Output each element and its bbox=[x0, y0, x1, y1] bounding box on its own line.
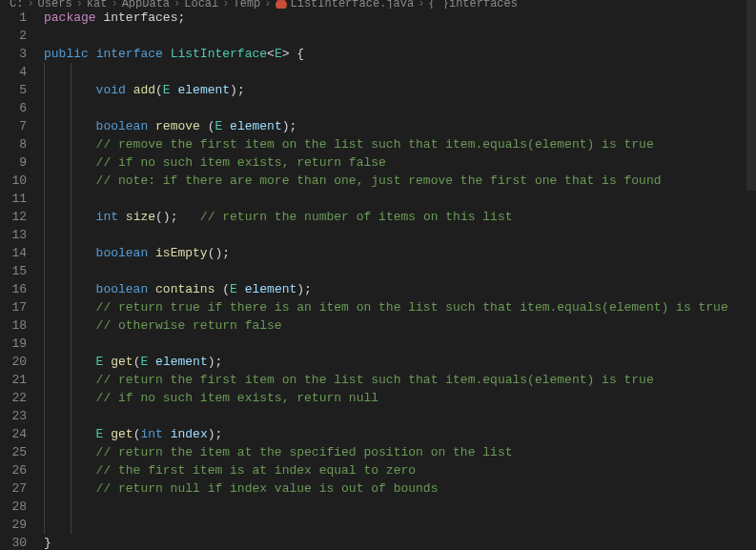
code-line[interactable]: // otherwise return false bbox=[44, 316, 756, 335]
breadcrumb-path[interactable]: C:›Users›kat›AppData›Local›Temp›ListInte… bbox=[10, 0, 518, 9]
line-number: 11 bbox=[0, 190, 27, 208]
code-line[interactable]: // return true if there is an item on th… bbox=[44, 298, 756, 316]
line-number: 21 bbox=[0, 371, 27, 389]
code-token: add bbox=[133, 83, 155, 97]
line-number: 22 bbox=[0, 389, 27, 407]
chevron-right-icon: › bbox=[76, 0, 83, 9]
line-number: 24 bbox=[0, 425, 27, 443]
code-token: element bbox=[177, 83, 230, 97]
code-token: ( bbox=[155, 83, 163, 97]
line-number: 9 bbox=[0, 153, 27, 172]
code-editor: 1234567891011121314151617181920212223242… bbox=[0, 9, 756, 550]
breadcrumb-symbol[interactable]: interfaces bbox=[449, 0, 518, 9]
code-token: ); bbox=[208, 355, 223, 369]
code-token: < bbox=[267, 47, 275, 61]
code-token: E bbox=[230, 282, 237, 296]
code-token bbox=[148, 355, 155, 369]
breadcrumb-file[interactable]: ListInterface.java bbox=[291, 0, 415, 9]
line-number: 4 bbox=[0, 63, 27, 81]
code-token: ); bbox=[230, 83, 245, 97]
code-line[interactable] bbox=[44, 63, 756, 81]
code-line[interactable]: // if no such item exists, return false bbox=[44, 153, 756, 172]
code-token: // if no such item exists, return null bbox=[96, 391, 378, 405]
chevron-right-icon: › bbox=[111, 0, 117, 9]
chevron-right-icon: › bbox=[27, 0, 33, 9]
code-token: // if no such item exists, return false bbox=[96, 155, 386, 170]
chevron-right-icon: › bbox=[418, 0, 424, 9]
code-token: contains bbox=[155, 282, 215, 296]
line-number: 3 bbox=[0, 45, 27, 63]
line-number: 19 bbox=[0, 335, 27, 353]
code-line[interactable] bbox=[44, 498, 756, 516]
line-number: 20 bbox=[0, 353, 27, 371]
code-token: // return true if there is an item on th… bbox=[96, 300, 728, 315]
code-line[interactable]: // if no such item exists, return null bbox=[44, 389, 756, 407]
code-token: index bbox=[171, 427, 208, 441]
indent-guide bbox=[71, 63, 72, 534]
code-line[interactable]: boolean remove (E element); bbox=[44, 117, 756, 135]
code-token bbox=[118, 210, 126, 224]
code-token: // return the item at the specified posi… bbox=[96, 445, 513, 459]
code-line[interactable]: // return null if index value is out of … bbox=[44, 479, 756, 498]
breadcrumb-segment[interactable]: AppData bbox=[122, 0, 170, 9]
code-area[interactable]: package interfaces;public interface List… bbox=[44, 9, 756, 550]
line-number: 8 bbox=[0, 135, 27, 153]
breadcrumb[interactable]: C:›Users›kat›AppData›Local›Temp›ListInte… bbox=[0, 0, 756, 9]
code-token: get bbox=[111, 427, 133, 441]
code-line[interactable] bbox=[44, 226, 756, 244]
code-line[interactable]: // note: if there are more than one, jus… bbox=[44, 172, 756, 190]
code-line[interactable] bbox=[44, 262, 756, 280]
code-token: void bbox=[96, 83, 126, 97]
code-line[interactable]: public interface ListInterface<E> { bbox=[44, 45, 756, 63]
code-line[interactable]: E get(int index); bbox=[44, 425, 756, 443]
line-number: 23 bbox=[0, 407, 27, 425]
code-line[interactable]: } bbox=[44, 534, 756, 550]
code-token: ( bbox=[200, 119, 215, 133]
code-line[interactable]: boolean isEmpty(); bbox=[44, 244, 756, 262]
code-line[interactable]: // the first item is at index equal to z… bbox=[44, 461, 756, 479]
line-number: 6 bbox=[0, 99, 27, 117]
code-line[interactable]: // return the item at the specified posi… bbox=[44, 443, 756, 461]
code-line[interactable] bbox=[44, 99, 756, 117]
scrollbar-track[interactable] bbox=[746, 0, 756, 550]
code-token bbox=[222, 119, 230, 133]
indent-guide bbox=[44, 63, 45, 534]
code-token: boolean bbox=[96, 246, 149, 260]
code-token: get bbox=[111, 355, 133, 369]
breadcrumb-segment[interactable]: Temp bbox=[233, 0, 260, 9]
code-line[interactable] bbox=[44, 190, 756, 208]
code-line[interactable] bbox=[44, 407, 756, 425]
code-token: // return the first item on the list suc… bbox=[96, 373, 654, 387]
code-line[interactable]: E get(E element); bbox=[44, 353, 756, 371]
code-line[interactable] bbox=[44, 27, 756, 45]
code-line[interactable] bbox=[44, 335, 756, 353]
code-line[interactable] bbox=[44, 516, 756, 534]
code-line[interactable]: boolean contains (E element); bbox=[44, 280, 756, 298]
code-line[interactable]: // remove the first item on the list suc… bbox=[44, 135, 756, 153]
code-line[interactable]: package interfaces; bbox=[44, 9, 756, 27]
line-number: 17 bbox=[0, 298, 27, 316]
code-line[interactable]: // return the first item on the list suc… bbox=[44, 371, 756, 389]
code-token: E bbox=[275, 47, 282, 61]
line-number: 27 bbox=[0, 479, 27, 498]
line-number: 10 bbox=[0, 172, 27, 190]
line-number: 7 bbox=[0, 117, 27, 135]
breadcrumb-segment[interactable]: Local bbox=[184, 0, 218, 9]
breadcrumb-segment[interactable]: C: bbox=[10, 0, 23, 9]
code-token: > { bbox=[282, 47, 304, 61]
breadcrumb-segment[interactable]: Users bbox=[38, 0, 72, 9]
line-number: 28 bbox=[0, 498, 27, 516]
code-token: interface bbox=[96, 47, 163, 61]
code-token: } bbox=[44, 536, 51, 550]
breadcrumb-segment[interactable]: kat bbox=[87, 0, 108, 9]
chevron-right-icon: › bbox=[174, 0, 180, 9]
line-number: 26 bbox=[0, 461, 27, 479]
code-token bbox=[148, 246, 155, 260]
code-token: element bbox=[245, 282, 297, 296]
code-line[interactable]: void add(E element); bbox=[44, 81, 756, 99]
code-token bbox=[126, 83, 133, 97]
line-number: 16 bbox=[0, 280, 27, 298]
code-line[interactable]: int size(); // return the number of item… bbox=[44, 208, 756, 226]
code-token bbox=[237, 282, 245, 296]
scrollbar-thumb[interactable] bbox=[746, 0, 756, 191]
